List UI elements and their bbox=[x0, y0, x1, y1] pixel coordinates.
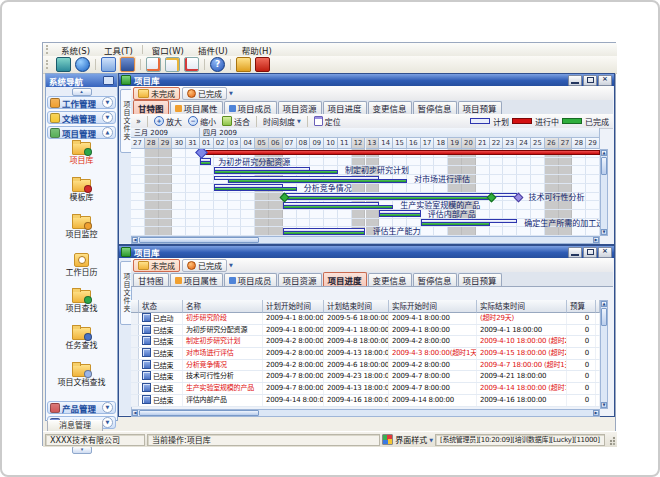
filter-completed-button[interactable]: 已完成 bbox=[182, 259, 227, 272]
resize-grip[interactable] bbox=[607, 434, 615, 446]
scroll-down-arrow[interactable]: ▼ bbox=[601, 402, 607, 408]
tab-6[interactable]: 变更信息 bbox=[368, 273, 412, 286]
menu-2[interactable]: 工具(T) bbox=[97, 44, 140, 56]
restore-button[interactable] bbox=[583, 75, 597, 86]
locate-button[interactable]: 定位 bbox=[311, 115, 344, 127]
tab-5[interactable]: 项目进度 bbox=[323, 272, 367, 286]
sidebar-item-7[interactable]: 项目文档查找 bbox=[48, 364, 115, 387]
scroll-thumb[interactable] bbox=[139, 237, 259, 243]
task-bar-actual[interactable] bbox=[200, 161, 211, 165]
sidebar-group-1[interactable]: 工作管理▼ bbox=[47, 96, 116, 109]
gantt-vertical-scrollbar[interactable]: ▲▼ bbox=[600, 149, 608, 236]
table-row[interactable]: 已结束生产实验室规模的产品2009-4-7 8:00:002009-4-13 1… bbox=[131, 383, 600, 395]
task-bar-actual[interactable] bbox=[421, 222, 490, 226]
task-bar-actual[interactable] bbox=[283, 196, 490, 200]
exit-icon[interactable] bbox=[255, 57, 270, 72]
chevron-down-icon[interactable]: ▼ bbox=[102, 97, 113, 108]
tab-5[interactable]: 项目进度 bbox=[323, 101, 367, 114]
column-header-5[interactable]: 计划结束时间 bbox=[324, 300, 389, 313]
restore-button[interactable] bbox=[583, 247, 597, 258]
scroll-left-arrow[interactable]: ◀ bbox=[132, 410, 138, 416]
scroll-left-arrow[interactable]: ◀ bbox=[132, 237, 138, 243]
scroll-thumb[interactable] bbox=[601, 157, 607, 175]
task-bar-actual[interactable] bbox=[283, 231, 366, 235]
column-header-1[interactable] bbox=[131, 300, 139, 313]
tab-4[interactable]: 项目资源 bbox=[278, 101, 322, 114]
chevron-up-icon[interactable]: ▲ bbox=[102, 127, 113, 138]
collapse-button[interactable]: ▴ bbox=[72, 88, 92, 96]
task-bar-inprogress[interactable] bbox=[200, 150, 600, 155]
sidebar-item-1[interactable]: 项目库 bbox=[48, 142, 115, 165]
pushpin-icon[interactable] bbox=[103, 76, 114, 85]
close-button[interactable]: × bbox=[598, 75, 612, 86]
sidebar-item-3[interactable]: 项目监控 bbox=[48, 216, 115, 239]
tab-3[interactable]: 项目成员 bbox=[224, 273, 277, 286]
task-bar-actual[interactable] bbox=[228, 179, 407, 183]
sidebar-group-2[interactable]: 文档管理▼ bbox=[47, 111, 116, 124]
lock-icon[interactable] bbox=[236, 57, 251, 72]
zoom-in-button[interactable]: +放大 bbox=[151, 115, 185, 127]
tab-7[interactable]: 暂停信息 bbox=[413, 101, 457, 114]
chevron-down-icon[interactable]: ▼ bbox=[102, 112, 113, 123]
task-bar-actual[interactable] bbox=[214, 170, 338, 174]
sidebar-item-6[interactable]: 任务查找 bbox=[48, 327, 115, 350]
more-tools-button[interactable]: » bbox=[133, 115, 144, 127]
table-row[interactable]: 已结束为初步研究分配资源2009-4-1 8:00:002009-4-1 18:… bbox=[131, 325, 600, 337]
tab-1[interactable]: 甘特图 bbox=[133, 273, 169, 286]
help-icon[interactable]: ? bbox=[210, 57, 225, 72]
tab-8[interactable]: 项目预算 bbox=[458, 101, 502, 114]
chevron-down-icon[interactable]: ▼ bbox=[102, 402, 113, 413]
table-row[interactable]: 已结束技术可行性分析2009-4-7 8:00:002009-4-23 18:0… bbox=[131, 371, 600, 383]
minimize-button[interactable] bbox=[568, 247, 582, 258]
table-row[interactable]: 已结束评估内部产品2009-4-14 8:00:002009-4-16 18:0… bbox=[131, 395, 600, 407]
column-header-4[interactable]: 计划开始时间 bbox=[263, 300, 324, 313]
column-header-2[interactable]: 状态 bbox=[139, 300, 183, 313]
sidebar-item-4[interactable]: 工作日历 bbox=[48, 253, 115, 277]
filter-overflow-button[interactable]: ▼ bbox=[229, 262, 233, 268]
filter-overflow-button[interactable]: ▼ bbox=[229, 90, 233, 96]
table-row[interactable]: 已结束制定初步研究计划2009-4-2 8:00:002009-4-8 18:0… bbox=[131, 336, 600, 348]
menu-5[interactable]: 帮助(H) bbox=[235, 44, 279, 56]
tab-4[interactable]: 项目资源 bbox=[278, 273, 322, 286]
task-bar-actual[interactable] bbox=[283, 205, 393, 209]
table-vertical-scrollbar[interactable]: ▲▼ bbox=[600, 300, 608, 409]
chevron-down-icon[interactable]: ▼ bbox=[102, 417, 113, 428]
sidebar-item-2[interactable]: 模板库 bbox=[48, 179, 115, 202]
task-bar-actual[interactable] bbox=[379, 213, 420, 217]
sidebar-scroll-down-button[interactable]: ▾ bbox=[72, 446, 92, 454]
column-header-8[interactable]: 预算 bbox=[567, 300, 596, 313]
time-scale-button[interactable]: 时间刻度▼ bbox=[260, 115, 304, 127]
table-row[interactable]: 已启动初步研究阶段2009-4-1 8:00:002009-5-6 18:00:… bbox=[131, 313, 600, 325]
sidebar-item-5[interactable]: 项目查找 bbox=[48, 290, 115, 313]
table-window-titlebar[interactable]: 项目库× bbox=[119, 246, 614, 258]
table-horizontal-scrollbar[interactable]: ◀▶ bbox=[131, 409, 600, 417]
tab-8[interactable]: 项目预算 bbox=[458, 273, 502, 286]
scroll-up-arrow[interactable]: ▲ bbox=[601, 150, 607, 156]
ui-style-button[interactable]: 界面样式 ▼ bbox=[395, 434, 433, 445]
tab-6[interactable]: 变更信息 bbox=[368, 101, 412, 114]
document-remove-icon[interactable] bbox=[184, 57, 199, 72]
scroll-thumb[interactable] bbox=[139, 410, 259, 416]
tab-7[interactable]: 暂停信息 bbox=[413, 273, 457, 286]
sidebar-group-bottom-1[interactable]: 产品管理▼ bbox=[47, 401, 116, 414]
tab-2[interactable]: 项目属性 bbox=[170, 101, 223, 114]
menu-1[interactable]: 系统(S) bbox=[54, 44, 97, 56]
document-edit-icon[interactable] bbox=[165, 57, 180, 72]
scroll-right-arrow[interactable]: ▶ bbox=[593, 410, 599, 416]
scroll-right-arrow[interactable]: ▶ bbox=[593, 237, 599, 243]
save-icon[interactable] bbox=[120, 57, 135, 72]
table-row[interactable]: 已结束对市场进行评估2009-4-2 8:00:002009-4-13 18:0… bbox=[131, 348, 600, 360]
filter-incomplete-button[interactable]: 未完成 bbox=[133, 259, 180, 272]
tab-3[interactable]: 项目成员 bbox=[224, 101, 277, 114]
gantt-window-titlebar[interactable]: 项目库× bbox=[119, 74, 614, 86]
scroll-thumb[interactable] bbox=[601, 308, 607, 326]
zoom-out-button[interactable]: −缩小 bbox=[185, 115, 219, 127]
web-icon[interactable] bbox=[75, 57, 90, 72]
report-icon[interactable] bbox=[146, 57, 161, 72]
column-header-3[interactable]: 名称 bbox=[183, 300, 263, 313]
sidebar-group-3[interactable]: 项目管理▲ bbox=[47, 126, 116, 139]
close-button[interactable]: × bbox=[598, 247, 612, 258]
column-header-7[interactable]: 实际结束时间 bbox=[477, 300, 567, 313]
open-folder-icon[interactable] bbox=[101, 57, 116, 72]
menu-4[interactable]: 插件(U) bbox=[191, 44, 235, 56]
